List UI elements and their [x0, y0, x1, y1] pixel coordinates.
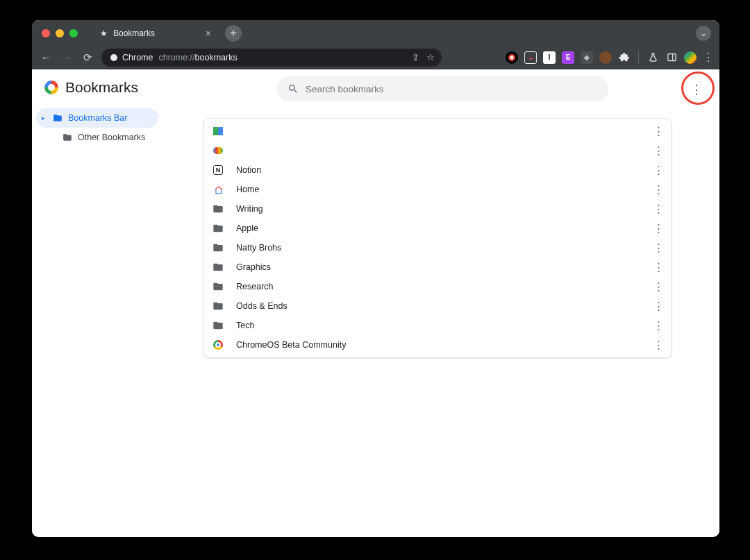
- search-icon: [288, 83, 299, 94]
- page-title: Bookmarks: [65, 79, 138, 96]
- extension-icon[interactable]: [506, 51, 518, 64]
- omnibox[interactable]: Chrome chrome://bookmarks ⇪ ☆: [101, 49, 442, 67]
- separator: [638, 51, 639, 64]
- bookmark-row[interactable]: Tech⋮: [204, 316, 671, 335]
- window-controls: [32, 29, 78, 37]
- sidebar-item-other-bookmarks[interactable]: Other Bookmarks: [46, 128, 158, 147]
- svg-point-0: [110, 54, 117, 61]
- sidebar-item-label: Bookmarks Bar: [68, 113, 127, 123]
- omnibox-url: chrome://bookmarks: [158, 53, 237, 62]
- bookmark-title: Apple: [236, 223, 258, 233]
- bookmark-more-button[interactable]: ⋮: [653, 125, 664, 137]
- bookmark-title: Graphics: [236, 262, 271, 272]
- bookmark-favicon: [212, 203, 224, 214]
- omnibox-chip-label: Chrome: [122, 53, 153, 62]
- search-bookmarks-field[interactable]: [276, 76, 608, 101]
- bookmark-favicon: [212, 262, 224, 273]
- bookmark-row[interactable]: Apple⋮: [204, 219, 671, 238]
- bookmark-row[interactable]: NNotion⋮: [204, 160, 671, 180]
- folder-tree: ▸ Bookmarks Bar Other Bookmarks: [36, 108, 158, 147]
- new-tab-button[interactable]: ＋: [225, 25, 242, 42]
- folder-icon: [62, 133, 72, 142]
- bookmark-title: Odds & Ends: [236, 301, 288, 311]
- bookmark-icon[interactable]: ☆: [426, 52, 435, 62]
- title-bar: ★ Bookmarks × ＋ ⌄: [32, 20, 719, 46]
- browser-toolbar: ← → ⟳ Chrome chrome://bookmarks ⇪ ☆ ⌄ I: [32, 46, 719, 69]
- bookmark-row[interactable]: Natty Brohs⋮: [204, 238, 671, 257]
- bookmark-more-button[interactable]: ⋮: [653, 144, 664, 157]
- chevron-right-icon: ▸: [42, 114, 47, 121]
- bookmark-more-button[interactable]: ⋮: [653, 222, 664, 235]
- bookmark-more-button[interactable]: ⋮: [653, 203, 664, 215]
- bookmark-more-button[interactable]: ⋮: [653, 300, 664, 312]
- bookmark-row[interactable]: Writing⋮: [204, 199, 671, 219]
- folder-icon: [53, 113, 62, 123]
- bookmark-favicon: [212, 320, 224, 331]
- pocket-extension-icon[interactable]: ⌄: [524, 51, 537, 64]
- window-close-button[interactable]: [42, 29, 50, 37]
- bookmark-more-button[interactable]: ⋮: [653, 319, 664, 332]
- browser-tab[interactable]: ★ Bookmarks ×: [93, 23, 218, 44]
- bookmark-row[interactable]: ⋮: [204, 141, 671, 160]
- extension-icon[interactable]: [599, 51, 612, 64]
- bookmark-favicon: [212, 223, 224, 234]
- svg-point-2: [510, 56, 514, 59]
- extension-icon[interactable]: ◆: [581, 51, 593, 64]
- window-zoom-button[interactable]: [69, 29, 78, 37]
- bookmark-title: Notion: [236, 165, 261, 175]
- bookmark-favicon: [212, 242, 224, 253]
- bookmark-more-button[interactable]: ⋮: [653, 261, 664, 273]
- profile-avatar[interactable]: [684, 51, 697, 64]
- bookmark-title: ChromeOS Beta Community: [236, 340, 346, 350]
- bookmarks-page: Bookmarks ⋮ ▸ Bookmarks Bar Other Bookma…: [32, 69, 719, 537]
- organize-menu-button[interactable]: ⋮: [686, 79, 707, 100]
- extensions-button[interactable]: [618, 51, 631, 64]
- bookmark-favicon: [212, 300, 224, 312]
- sidebar-item-label: Other Bookmarks: [78, 133, 145, 142]
- reload-button[interactable]: ⟳: [81, 51, 94, 64]
- bookmark-row[interactable]: Graphics⋮: [204, 257, 671, 277]
- back-button[interactable]: ←: [39, 51, 53, 63]
- bookmark-row[interactable]: ⋮: [204, 121, 671, 141]
- chrome-icon: [110, 53, 118, 62]
- bookmark-more-button[interactable]: ⋮: [653, 164, 664, 176]
- bookmark-title: Tech: [236, 321, 254, 330]
- omnibox-chip: Chrome: [110, 53, 153, 62]
- search-input[interactable]: [306, 84, 597, 94]
- bookmark-list: ⋮⋮NNotion⋮Home⋮Writing⋮Apple⋮Natty Brohs…: [203, 118, 672, 358]
- bookmark-favicon: [212, 145, 224, 156]
- bookmark-title: Home: [236, 185, 259, 194]
- bookmark-row[interactable]: Odds & Ends⋮: [204, 296, 671, 316]
- bookmark-title: Research: [236, 282, 274, 291]
- bookmark-more-button[interactable]: ⋮: [653, 183, 664, 196]
- extension-icon[interactable]: I: [543, 51, 556, 64]
- browser-window: ★ Bookmarks × ＋ ⌄ ← → ⟳ Chrome chrome://…: [32, 20, 719, 537]
- bookmark-favicon: [212, 339, 224, 350]
- bookmark-favicon: [212, 184, 224, 195]
- bookmark-more-button[interactable]: ⋮: [653, 339, 664, 351]
- tab-close-button[interactable]: ×: [206, 28, 211, 39]
- extension-icon[interactable]: E: [562, 51, 574, 64]
- window-minimize-button[interactable]: [56, 29, 64, 37]
- browser-menu-button[interactable]: ⋮: [703, 51, 712, 64]
- bookmark-title: Natty Brohs: [236, 243, 281, 253]
- extensions-area: ⌄ I E ◆ ⋮: [506, 51, 712, 64]
- sidepanel-icon[interactable]: [665, 51, 678, 64]
- bookmark-more-button[interactable]: ⋮: [653, 241, 664, 254]
- bookmark-row[interactable]: ChromeOS Beta Community⋮: [204, 335, 671, 355]
- star-icon: ★: [100, 28, 108, 38]
- labs-icon[interactable]: [647, 51, 659, 64]
- bookmark-row[interactable]: Research⋮: [204, 277, 671, 296]
- forward-button[interactable]: →: [60, 51, 74, 63]
- bookmark-favicon: [212, 126, 224, 137]
- bookmark-title: Writing: [236, 204, 263, 214]
- tab-title: Bookmarks: [113, 28, 155, 38]
- chrome-logo-icon: [44, 80, 58, 94]
- bookmark-more-button[interactable]: ⋮: [653, 280, 664, 293]
- bookmark-favicon: N: [212, 164, 224, 176]
- tab-search-button[interactable]: ⌄: [696, 26, 711, 41]
- bookmark-row[interactable]: Home⋮: [204, 180, 671, 199]
- sidebar-item-bookmarks-bar[interactable]: ▸ Bookmarks Bar: [36, 108, 158, 128]
- bookmark-favicon: [212, 281, 224, 292]
- share-icon[interactable]: ⇪: [412, 52, 419, 62]
